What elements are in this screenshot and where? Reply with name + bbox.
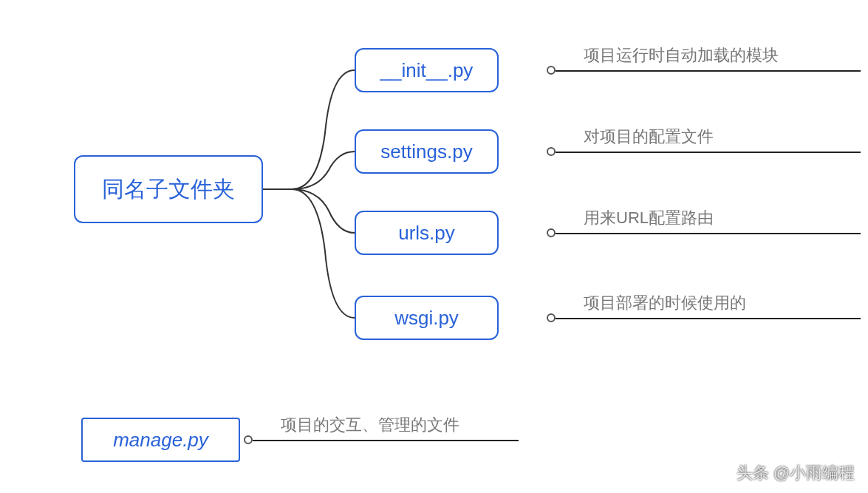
connector-dot-icon (547, 66, 556, 75)
child-desc: 项目部署的时候使用的 (584, 292, 746, 314)
root-node: 同名子文件夹 (74, 155, 263, 223)
manage-desc: 项目的交互、管理的文件 (281, 414, 459, 436)
desc-underline (253, 440, 519, 441)
child-label: urls.py (398, 222, 455, 245)
child-label: settings.py (380, 140, 472, 163)
child-node-settings: settings.py (355, 129, 499, 174)
child-label: __init__.py (380, 59, 474, 82)
child-node-urls: urls.py (355, 211, 499, 255)
connector-dot-icon (244, 435, 253, 444)
child-node-init: __init__.py (355, 48, 499, 92)
connector-dot-icon (547, 313, 556, 322)
child-desc: 项目运行时自动加载的模块 (584, 44, 779, 67)
watermark: 头条 @小雨编程 (737, 462, 855, 484)
child-desc: 用来URL配置路由 (584, 207, 714, 229)
desc-underline (556, 233, 861, 234)
desc-underline (556, 318, 861, 319)
root-label: 同名子文件夹 (102, 174, 235, 205)
manage-node: manage.py (81, 418, 240, 462)
child-desc: 对项目的配置文件 (584, 126, 714, 148)
child-label: wsgi.py (394, 307, 459, 330)
desc-underline (556, 152, 861, 153)
desc-underline (556, 70, 861, 72)
connector-dot-icon (547, 147, 556, 156)
child-node-wsgi: wsgi.py (355, 296, 499, 340)
connector-dot-icon (547, 228, 556, 237)
manage-label: manage.py (113, 429, 208, 452)
